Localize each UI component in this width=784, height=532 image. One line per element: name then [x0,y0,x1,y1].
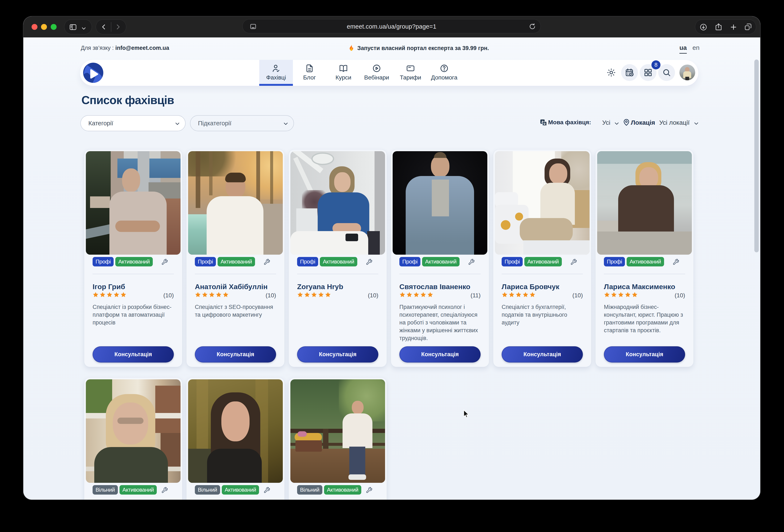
svg-text:文: 文 [543,122,546,125]
